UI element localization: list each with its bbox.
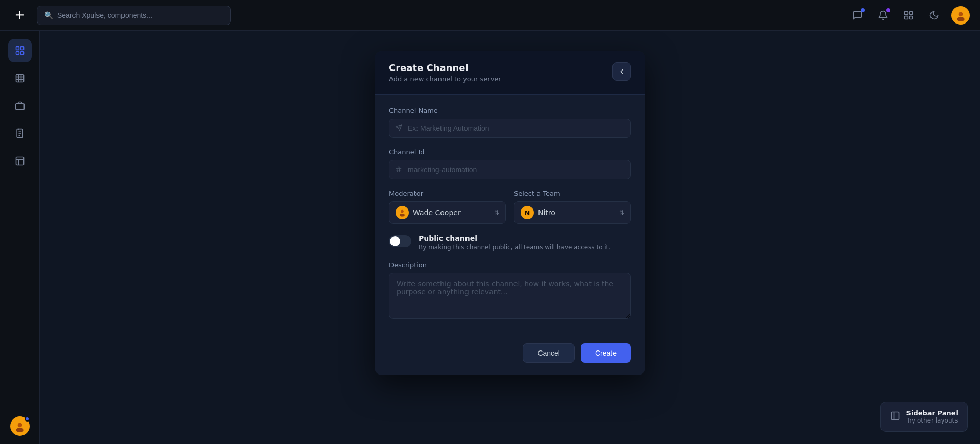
channel-id-group: Channel Id — [389, 148, 631, 179]
modal-title: Create Channel — [389, 62, 501, 73]
public-channel-desc: By making this channel public, all teams… — [419, 244, 610, 251]
team-label: Select a Team — [514, 190, 631, 197]
moderator-avatar — [396, 206, 409, 219]
description-label: Description — [389, 261, 631, 269]
svg-rect-15 — [15, 104, 24, 110]
team-col: Select a Team N Nitro ⇅ — [514, 190, 631, 224]
main-layout: Create Channel Add a new channel to your… — [0, 31, 980, 444]
svg-rect-2 — [905, 16, 908, 19]
bell-icon-button[interactable] — [875, 7, 891, 24]
sidebar-item-clipboard[interactable] — [8, 122, 32, 145]
cancel-button[interactable]: Cancel — [523, 343, 575, 363]
public-channel-toggle-row: Public channel By making this channel pu… — [389, 234, 631, 251]
create-button[interactable]: Create — [581, 343, 631, 363]
bell-badge — [886, 8, 890, 12]
svg-point-4 — [959, 12, 963, 16]
description-group: Description — [389, 261, 631, 321]
moderator-chevron-icon: ⇅ — [494, 209, 499, 216]
team-select[interactable]: N Nitro ⇅ — [514, 201, 631, 224]
hint-text: Sidebar Panel Try other layouts — [906, 409, 958, 424]
chat-icon-button[interactable] — [849, 7, 866, 24]
moderator-select[interactable]: Wade Cooper ⇅ — [389, 201, 506, 224]
sidebar-avatar-badge — [24, 416, 30, 422]
svg-rect-21 — [16, 157, 23, 165]
moderator-label: Moderator — [389, 190, 506, 197]
sidebar-item-briefcase[interactable] — [8, 94, 32, 118]
svg-rect-1 — [910, 11, 913, 14]
svg-line-29 — [399, 166, 400, 172]
sidebar-user-avatar[interactable] — [10, 416, 30, 436]
description-textarea[interactable] — [389, 273, 631, 319]
team-chevron-icon: ⇅ — [619, 209, 624, 216]
public-channel-toggle[interactable] — [389, 235, 411, 247]
modal-subtitle: Add a new channel to your server — [389, 75, 501, 83]
modal-back-button[interactable] — [612, 62, 631, 81]
send-icon — [395, 124, 402, 133]
svg-rect-10 — [16, 75, 23, 82]
toggle-knob — [390, 236, 400, 246]
content-area: Create Channel Add a new channel to your… — [40, 31, 980, 444]
svg-point-20 — [18, 129, 19, 130]
user-avatar[interactable] — [951, 6, 970, 25]
svg-point-30 — [401, 210, 404, 213]
svg-rect-7 — [20, 47, 23, 50]
chat-badge — [861, 8, 865, 12]
team-value: Nitro — [538, 208, 615, 217]
svg-rect-0 — [905, 11, 908, 14]
svg-point-5 — [957, 17, 964, 21]
public-channel-label-group: Public channel By making this channel pu… — [419, 234, 610, 251]
create-channel-modal: Create Channel Add a new channel to your… — [375, 51, 645, 375]
sidebar — [0, 31, 40, 444]
search-icon: 🔍 — [44, 11, 53, 19]
channel-id-label: Channel Id — [389, 148, 631, 156]
channel-name-input-wrapper — [389, 119, 631, 138]
hint-subtitle: Try other layouts — [906, 417, 958, 424]
search-input[interactable] — [57, 11, 223, 19]
moderator-col: Moderator Wade Cooper ⇅ — [389, 190, 506, 224]
search-bar: 🔍 — [37, 6, 231, 25]
svg-point-23 — [16, 428, 23, 432]
sidebar-bottom — [10, 416, 30, 436]
theme-toggle-button[interactable] — [926, 7, 942, 24]
svg-rect-8 — [16, 52, 19, 55]
channel-name-group: Channel Name — [389, 107, 631, 138]
logo-button[interactable]: ✕ — [10, 6, 29, 25]
sidebar-item-dashboard[interactable] — [8, 39, 32, 62]
channel-id-input[interactable] — [389, 160, 631, 179]
modal-header-text: Create Channel Add a new channel to your… — [389, 62, 501, 83]
svg-rect-9 — [20, 52, 23, 55]
channel-name-input[interactable] — [389, 119, 631, 138]
team-avatar: N — [521, 206, 534, 219]
public-channel-title: Public channel — [419, 234, 610, 242]
modal-body: Channel Name Channel Id — [375, 95, 645, 335]
topbar-right — [849, 6, 970, 25]
sidebar-item-grid[interactable] — [8, 66, 32, 90]
sidebar-panel-icon — [890, 411, 900, 423]
modal-footer: Cancel Create — [375, 335, 645, 375]
sidebar-item-note[interactable] — [8, 149, 32, 173]
moderator-value: Wade Cooper — [413, 208, 490, 217]
svg-rect-3 — [910, 16, 913, 19]
svg-rect-6 — [16, 47, 19, 50]
svg-point-31 — [400, 214, 405, 217]
svg-rect-32 — [891, 412, 899, 419]
svg-point-22 — [17, 423, 22, 427]
hash-icon — [395, 166, 402, 174]
channel-name-label: Channel Name — [389, 107, 631, 114]
svg-line-28 — [398, 166, 398, 172]
topbar: ✕ 🔍 — [0, 0, 980, 31]
sidebar-panel-hint[interactable]: Sidebar Panel Try other layouts — [880, 402, 968, 432]
hint-title: Sidebar Panel — [906, 409, 958, 417]
channel-id-input-wrapper — [389, 160, 631, 179]
grid-icon-button[interactable] — [900, 7, 917, 24]
logo-icon: ✕ — [12, 8, 27, 22]
moderator-team-row: Moderator Wade Cooper ⇅ Select a Team — [389, 190, 631, 224]
modal-header: Create Channel Add a new channel to your… — [375, 51, 645, 95]
